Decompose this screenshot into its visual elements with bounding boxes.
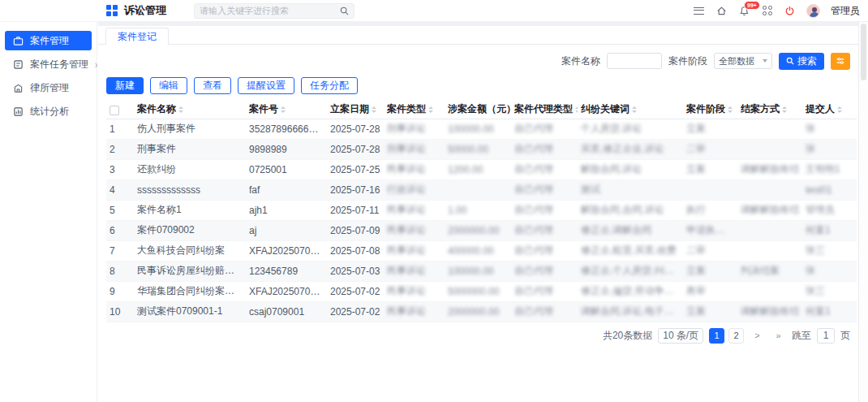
column-header-9[interactable]: 提交人 <box>802 101 857 119</box>
search-button[interactable]: 搜索 <box>779 53 824 70</box>
column-header-4[interactable]: 涉案金额（元） <box>445 101 511 119</box>
sort-icon[interactable] <box>281 106 286 113</box>
cell-2: 2025-07-08 <box>327 240 384 261</box>
next-page-button[interactable]: > <box>750 328 765 344</box>
table-row[interactable]: 5案件名称1ajh12025-07-11民事诉讼1.00自己代理解除合同,合同,… <box>106 200 857 220</box>
filter-settings-button[interactable] <box>831 53 850 70</box>
jump-label: 跳至 <box>792 329 811 343</box>
sidebar-item-case-task-management[interactable]: 案件任务管理 › <box>5 54 92 74</box>
cell-4 <box>445 179 511 200</box>
search-icon <box>340 6 349 15</box>
sort-icon[interactable] <box>782 106 787 113</box>
filter-row: 案件名称 案件阶段 全部数据 搜索 <box>106 51 850 71</box>
table-row[interactable]: 1伤人刑事案件352878966666314122025-07-28刑事诉讼10… <box>106 119 857 139</box>
home-icon[interactable] <box>715 5 728 17</box>
pagination: 共20条数据 10 条/页 12 > » 跳至 1 页 <box>106 328 850 344</box>
cell-7: 执行 <box>683 200 737 220</box>
cell-8 <box>737 119 802 139</box>
cell-5: 自己代理 <box>511 159 578 179</box>
cell-4: 400000.00 <box>445 240 511 261</box>
cell-9: 张 <box>802 119 857 139</box>
menu-icon[interactable] <box>693 5 705 17</box>
cell-7 <box>683 179 737 200</box>
page-size-select[interactable]: 10 条/页 <box>658 328 703 344</box>
cell-4: 100000.00 <box>445 261 511 281</box>
page-button-1[interactable]: 1 <box>709 328 724 344</box>
user-avatar[interactable] <box>806 4 820 18</box>
view-button[interactable]: 查看 <box>194 77 231 94</box>
select-all-checkbox[interactable] <box>110 106 119 115</box>
cell-0: sssssssssssss <box>134 179 246 200</box>
tab-case-registration[interactable]: 案件登记 <box>105 28 169 45</box>
case-stage-select[interactable]: 全部数据 <box>714 53 772 69</box>
column-header-7[interactable]: 案件阶段 <box>683 101 737 119</box>
cell-5: 自己代理 <box>511 220 578 240</box>
sort-icon[interactable] <box>178 106 183 113</box>
cell-5: 自己代理 <box>511 179 578 200</box>
global-search-input[interactable]: 请输入关键字进行搜索 <box>194 3 355 19</box>
table-row[interactable]: 8民事诉讼房屋纠纷赔偿案件071234567892025-07-03民事诉讼10… <box>106 261 857 281</box>
column-header-label: 提交人 <box>806 102 835 116</box>
table-row[interactable]: 7大鱼科技合同纠纷案XFAJ202507000142025-07-08民事诉讼4… <box>106 240 857 261</box>
last-page-button[interactable]: » <box>771 328 786 344</box>
scrollbar-thumb[interactable] <box>861 24 866 80</box>
cell-8 <box>737 139 802 159</box>
cell-0: 案件0709002 <box>134 220 246 240</box>
cell-1: 35287896666631412 <box>246 119 327 139</box>
table-row[interactable]: 3还款纠纷07250012025-07-25民事诉讼1200.00自己代理解除合… <box>106 159 857 179</box>
column-header-6[interactable]: 纠纷关键词 <box>578 101 683 119</box>
cell-8: 调解解除终结 <box>737 159 802 179</box>
cell-5: 自己代理 <box>511 261 578 281</box>
table-row[interactable]: 6案件0709002aj2025-07-09民事诉讼2000000.00自己代理… <box>106 220 857 240</box>
cell-2: 2025-07-02 <box>327 301 384 322</box>
sort-icon[interactable] <box>837 106 842 113</box>
adjust-icon <box>836 56 845 66</box>
case-table: 案件名称案件号立案日期案件类型涉案金额（元）案件代理类型纠纷关键词案件阶段结案方… <box>106 101 857 322</box>
page-button-2[interactable]: 2 <box>728 328 744 344</box>
cell-0: 民事诉讼房屋纠纷赔偿案件07 <box>134 261 246 281</box>
create-button[interactable]: 新建 <box>106 77 144 94</box>
cell-4: 100000.00 <box>445 119 511 139</box>
sort-icon[interactable] <box>428 106 433 113</box>
column-header-2[interactable]: 立案日期 <box>327 101 384 119</box>
sidebar-item-case-management[interactable]: 案件管理 <box>5 31 92 50</box>
table-row[interactable]: 10测试案件0709001-1csaj07090012025-07-02民事诉讼… <box>106 301 857 322</box>
cell-6: 修正企,偏贷,劳动争议,证券投资纠纷 <box>578 281 683 301</box>
power-icon[interactable] <box>784 5 796 17</box>
edit-button[interactable]: 编辑 <box>150 77 187 94</box>
column-header-3[interactable]: 案件类型 <box>384 101 445 119</box>
column-header-0[interactable]: 案件名称 <box>134 101 246 119</box>
reminder-settings-button[interactable]: 提醒设置 <box>238 77 294 94</box>
apps-icon[interactable] <box>761 5 773 17</box>
cell-2: 2025-07-28 <box>327 119 384 139</box>
cell-7: 立案 <box>683 159 737 179</box>
row-index: 9 <box>106 281 134 301</box>
cell-2: 2025-07-28 <box>327 139 384 159</box>
tab-bar: 案件登记 <box>98 26 858 45</box>
sort-icon[interactable] <box>632 106 637 113</box>
column-header-1[interactable]: 案件号 <box>246 101 327 119</box>
cell-2: 2025-07-09 <box>327 220 384 240</box>
cell-7: 二审 <box>683 139 737 159</box>
row-index: 6 <box>106 220 134 240</box>
sort-icon[interactable] <box>372 106 376 113</box>
column-header-5[interactable]: 案件代理类型 <box>511 101 578 119</box>
vertical-scrollbar[interactable] <box>858 22 868 402</box>
table-row[interactable]: 4sssssssssssssfaf2025-07-16行政诉讼自己代理测试tes… <box>106 179 857 200</box>
table-header-row: 案件名称案件号立案日期案件类型涉案金额（元）案件代理类型纠纷关键词案件阶段结案方… <box>106 101 857 119</box>
cell-9: 王明明1 <box>802 159 857 179</box>
cell-3: 刑事诉讼 <box>384 119 445 139</box>
sort-icon[interactable] <box>575 106 578 113</box>
cell-8 <box>737 240 802 261</box>
sidebar-item-statistics[interactable]: 统计分析 <box>5 102 92 121</box>
cell-3: 民事诉讼 <box>384 281 445 301</box>
column-header-8[interactable]: 结案方式 <box>737 101 802 119</box>
table-row[interactable]: 9华瑞集团合同纠纷案再审华瑞集团合同纠纷案XFAJ202507000112025… <box>106 281 857 301</box>
bell-icon[interactable]: 99+ <box>738 5 750 17</box>
table-row[interactable]: 2刑事案件98989892025-07-28刑事诉讼50000.00自己代理买卖… <box>106 139 857 159</box>
case-name-filter-input[interactable] <box>607 53 662 69</box>
sidebar-item-lawfirm-management[interactable]: 律所管理 <box>5 78 92 97</box>
task-assign-button[interactable]: 任务分配 <box>301 77 358 94</box>
jump-page-input[interactable]: 1 <box>817 328 835 344</box>
sort-icon[interactable] <box>728 106 733 113</box>
